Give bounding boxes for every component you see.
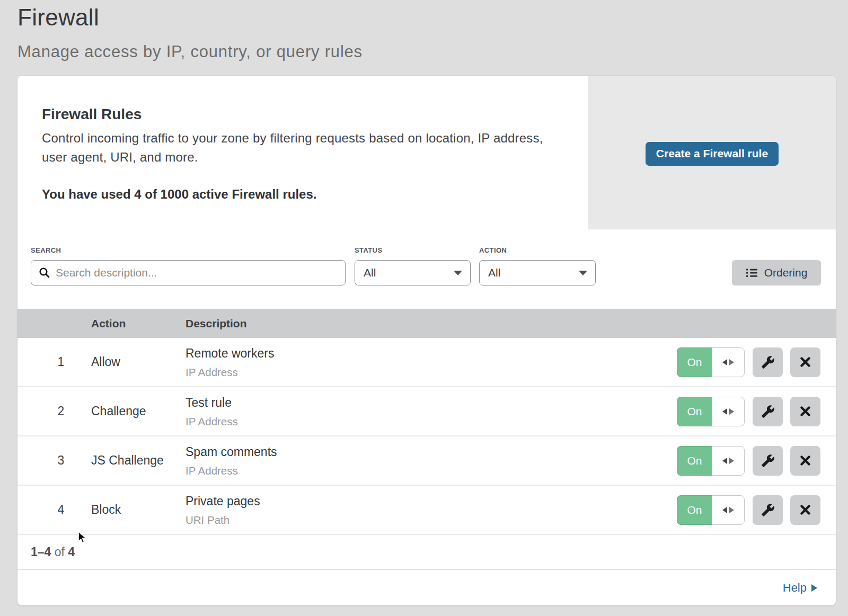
pagination-range: 1–4 <box>31 545 51 559</box>
toggle-on-segment[interactable]: On <box>677 347 712 377</box>
status-filter-group: STATUS All <box>355 247 471 285</box>
rule-controls: On <box>677 347 820 377</box>
rule-match-type: IP Address <box>186 367 677 378</box>
rule-description-cell: Test rule IP Address <box>186 396 677 427</box>
rule-priority: 2 <box>31 404 91 418</box>
action-selected-value: All <box>488 266 500 279</box>
arrow-right-icon <box>729 507 734 513</box>
search-label: SEARCH <box>31 247 346 254</box>
action-select[interactable]: All <box>479 260 596 285</box>
rule-controls: On <box>677 397 820 426</box>
rule-match-type: IP Address <box>186 416 677 427</box>
arrow-left-icon <box>722 507 727 513</box>
search-icon <box>39 267 50 279</box>
rule-description-cell: Spam comments IP Address <box>186 445 677 476</box>
table-row: 1 Allow Remote workers IP Address On <box>17 338 836 387</box>
rule-description: Private pages <box>186 495 677 507</box>
help-row: Help <box>17 570 836 605</box>
rule-toggle: On <box>677 495 745 525</box>
close-icon <box>799 356 811 368</box>
help-arrow-icon <box>811 584 817 592</box>
rule-action: Block <box>91 503 186 517</box>
rule-description: Spam comments <box>186 445 677 458</box>
help-link-label: Help <box>783 581 807 595</box>
rule-description-cell: Remote workers IP Address <box>186 347 677 378</box>
table-row: 2 Challenge Test rule IP Address On <box>17 387 836 436</box>
edit-rule-button[interactable] <box>753 397 783 426</box>
wrench-icon <box>761 503 775 517</box>
search-input[interactable] <box>56 266 338 279</box>
ordering-button-label: Ordering <box>764 266 808 279</box>
rule-action: JS Challenge <box>91 453 186 468</box>
toggle-on-segment[interactable]: On <box>677 446 712 476</box>
edit-rule-button[interactable] <box>753 495 783 525</box>
table-row: 4 Block Private pages URI Path On <box>17 486 836 535</box>
toggle-on-segment[interactable]: On <box>677 397 712 426</box>
arrow-left-icon <box>722 458 727 464</box>
pagination-of: of <box>55 545 65 559</box>
help-link[interactable]: Help <box>783 581 817 595</box>
edit-rule-button[interactable] <box>753 347 783 377</box>
hero-description: Control incoming traffic to your zone by… <box>42 129 556 167</box>
action-filter-group: ACTION All <box>479 247 596 285</box>
toggle-switch-handle[interactable] <box>712 446 745 476</box>
rule-match-type: URI Path <box>186 514 677 525</box>
page-title: Firewall <box>17 5 848 30</box>
toggle-switch-handle[interactable] <box>712 397 745 426</box>
rule-toggle: On <box>677 446 745 476</box>
rule-match-type: IP Address <box>186 465 677 476</box>
arrow-left-icon <box>722 408 727 415</box>
action-label: ACTION <box>479 247 596 254</box>
usage-note: You have used 4 of 1000 active Firewall … <box>42 188 556 201</box>
rule-description: Remote workers <box>186 347 677 360</box>
column-description: Description <box>186 317 820 330</box>
rule-action: Challenge <box>91 404 186 418</box>
chevron-down-icon <box>454 271 462 275</box>
page-subtitle: Manage access by IP, country, or query r… <box>17 43 848 61</box>
rules-list: 1 Allow Remote workers IP Address On <box>17 338 836 535</box>
table-header: Action Description <box>17 309 836 338</box>
status-select[interactable]: All <box>355 260 471 285</box>
status-selected-value: All <box>364 266 376 279</box>
delete-rule-button[interactable] <box>790 446 820 476</box>
table-row: 3 JS Challenge Spam comments IP Address … <box>17 436 836 486</box>
arrow-right-icon <box>729 408 734 415</box>
delete-rule-button[interactable] <box>790 397 820 426</box>
arrow-right-icon <box>729 458 734 464</box>
toggle-switch-handle[interactable] <box>712 495 745 525</box>
rule-toggle: On <box>677 347 745 377</box>
chevron-down-icon <box>579 271 587 275</box>
filters-bar: SEARCH STATUS All ACTION All Ordering <box>17 229 836 309</box>
delete-rule-button[interactable] <box>790 495 820 525</box>
hero-side-panel: Create a Firewall rule <box>588 76 836 229</box>
rule-priority: 3 <box>31 453 91 468</box>
rule-controls: On <box>677 495 820 525</box>
column-action: Action <box>91 317 186 330</box>
delete-rule-button[interactable] <box>790 347 820 377</box>
ordering-list-icon <box>746 267 758 279</box>
wrench-icon <box>761 355 775 369</box>
search-group: SEARCH <box>31 247 346 285</box>
hero-section: Firewall Rules Control incoming traffic … <box>17 76 836 229</box>
status-label: STATUS <box>355 247 471 254</box>
rule-priority: 4 <box>31 503 91 517</box>
rule-controls: On <box>677 446 820 476</box>
firewall-card: Firewall Rules Control incoming traffic … <box>17 76 836 605</box>
arrow-right-icon <box>729 359 734 365</box>
rule-description-cell: Private pages URI Path <box>186 495 677 525</box>
page-header: Firewall Manage access by IP, country, o… <box>0 0 848 61</box>
ordering-button[interactable]: Ordering <box>732 260 821 285</box>
edit-rule-button[interactable] <box>753 446 783 476</box>
pagination: 1–4 of 4 <box>17 535 836 570</box>
close-icon <box>799 504 811 516</box>
create-firewall-rule-button[interactable]: Create a Firewall rule <box>646 142 779 166</box>
hero-heading: Firewall Rules <box>42 107 556 121</box>
close-icon <box>799 454 811 467</box>
toggle-switch-handle[interactable] <box>712 347 745 377</box>
wrench-icon <box>761 454 775 468</box>
pagination-total: 4 <box>68 545 75 559</box>
arrow-left-icon <box>722 359 727 365</box>
rule-toggle: On <box>677 397 745 426</box>
search-box <box>31 260 346 285</box>
toggle-on-segment[interactable]: On <box>677 495 712 525</box>
